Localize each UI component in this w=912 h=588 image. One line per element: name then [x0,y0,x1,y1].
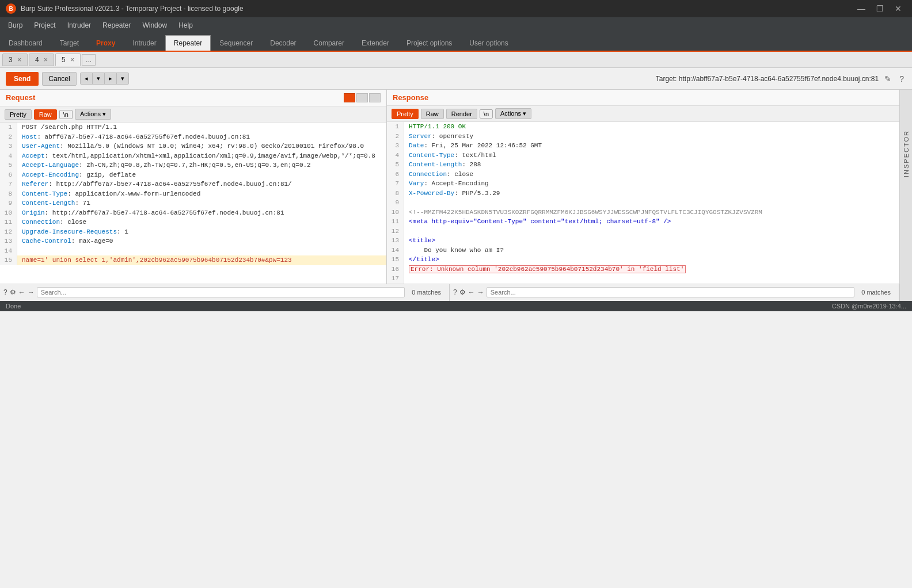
menu-help[interactable]: Help [173,19,199,32]
response-raw-btn[interactable]: Raw [421,109,444,119]
line-content: Vary: Accept-Encoding [404,179,899,189]
table-row: 7Vary: Accept-Encoding [387,179,899,189]
line-number: 16 [387,265,404,274]
send-button[interactable]: Send [6,72,39,86]
nav-back-drop-button[interactable]: ▾ [92,73,104,84]
nav-forward-drop-button[interactable]: ▾ [116,73,128,84]
line-content: Accept-Encoding: gzip, deflate [17,170,386,180]
response-search-next-icon[interactable]: → [477,288,484,296]
tab-sequencer[interactable]: Sequencer [211,35,261,51]
view-single-icon[interactable] [369,93,381,102]
target-url-value: http://abff67a7-b5e7-4718-ac64-6a52755f6… [679,75,879,83]
tab-target[interactable]: Target [51,35,88,51]
response-code-area[interactable]: 1HTTP/1.1 200 OK2Server: openresty3Date:… [387,122,899,284]
view-split-icon[interactable] [344,93,355,102]
table-row: 3Date: Fri, 25 Mar 2022 12:46:52 GMT [387,141,899,151]
repeater-tab-3[interactable]: 3 × [2,54,28,66]
table-row: 14 [0,246,386,256]
request-matches-count: 0 matches [407,289,446,296]
request-actions-btn[interactable]: Actions ▾ [75,109,111,120]
close-icon[interactable]: × [44,56,48,64]
view-list-icon[interactable] [356,93,368,102]
panels-row: Request Pretty Raw \n Actions ▾ 1POST /s… [0,90,899,284]
line-content: Connection: close [404,170,899,180]
line-number: 15 [0,255,17,265]
edit-target-button[interactable]: ✎ [882,73,894,85]
more-tabs-button[interactable]: ... [82,54,96,66]
line-content: Cache-Control: max-age=0 [17,236,386,246]
line-content [404,274,899,284]
response-search-input[interactable] [487,287,855,297]
line-number: 3 [387,141,404,151]
request-raw-btn[interactable]: Raw [34,109,57,120]
response-n-btn[interactable]: \n [480,109,493,119]
toolbar: Send Cancel ◂ ▾ ▸ ▾ Target: http://abff6… [0,68,912,90]
tab-extender[interactable]: Extender [353,35,398,51]
menu-burp[interactable]: Burp [2,19,28,32]
response-actions-btn[interactable]: Actions ▾ [495,108,531,119]
nav-forward-button[interactable]: ▸ [104,73,116,84]
tab-project-options[interactable]: Project options [398,35,461,51]
help-button[interactable]: ? [897,73,906,85]
line-content: Connection: close [17,217,386,227]
table-row: 9Content-Length: 71 [0,198,386,208]
tab-repeater[interactable]: Repeater [165,35,211,51]
tab-intruder[interactable]: Intruder [124,35,165,51]
view-toggles [344,93,381,102]
request-btn-row: Pretty Raw \n Actions ▾ [0,106,386,123]
line-number: 12 [387,227,404,236]
tab-proxy[interactable]: Proxy [88,35,124,51]
app-logo: B [6,3,16,14]
request-pretty-btn[interactable]: Pretty [5,109,32,120]
tab-user-options[interactable]: User options [461,35,516,51]
minimize-button[interactable]: — [853,3,869,14]
request-n-btn[interactable]: \n [59,110,73,119]
line-content: Host: abff67a7-b5e7-4718-ac64-6a52755f67… [17,132,386,142]
tab-dashboard[interactable]: Dashboard [0,35,51,51]
table-row: 11Connection: close [0,217,386,227]
request-search-prev-icon[interactable]: ← [18,288,25,296]
close-icon[interactable]: × [70,56,74,64]
menu-window[interactable]: Window [136,19,173,32]
tab-comparer[interactable]: Comparer [305,35,353,51]
response-search-help-icon[interactable]: ? [453,288,457,296]
line-content: Content-Length: 71 [17,198,386,208]
line-number: 7 [387,179,404,189]
response-search-settings-icon[interactable]: ⚙ [459,288,466,296]
repeater-tab-5[interactable]: 5 × [55,54,81,66]
line-number: 10 [0,208,17,218]
table-row: 15name=1' union select 1,'admin',202cb96… [0,255,386,265]
line-number: 6 [0,170,17,180]
nav-back-button[interactable]: ◂ [81,73,92,84]
table-row: 5Accept-Language: zh-CN,zh;q=0.8,zh-TW;q… [0,161,386,170]
line-content: Error: Unknown column '202cb962ac59075b9… [404,265,899,274]
request-search-settings-icon[interactable]: ⚙ [10,288,16,296]
menu-repeater[interactable]: Repeater [97,19,136,32]
menu-intruder[interactable]: Intruder [62,19,97,32]
line-number: 9 [387,198,404,208]
line-content: Accept-Language: zh-CN,zh;q=0.8,zh-TW;q=… [17,161,386,170]
response-pretty-btn[interactable]: Pretty [392,109,419,119]
response-search-prev-icon[interactable]: ← [468,288,475,296]
table-row: 2Server: openresty [387,132,899,142]
table-row: 2Host: abff67a7-b5e7-4718-ac64-6a52755f6… [0,132,386,142]
request-search-next-icon[interactable]: → [28,288,35,296]
line-number: 4 [387,151,404,161]
line-number: 11 [387,217,404,227]
request-panel-header: Request [0,90,386,106]
cancel-button[interactable]: Cancel [42,72,76,86]
tab-decoder[interactable]: Decoder [261,35,305,51]
request-search-help-icon[interactable]: ? [3,288,7,296]
response-render-btn[interactable]: Render [446,109,477,119]
repeater-tab-4[interactable]: 4 × [29,54,54,66]
line-content: Server: openresty [404,132,899,142]
inspector-label[interactable]: INSPECTOR [903,130,910,177]
maximize-button[interactable]: ❐ [872,3,888,14]
window-controls[interactable]: — ❐ ✕ [853,3,906,14]
response-panel: Response Pretty Raw Render \n Actions ▾ … [387,90,899,284]
close-icon[interactable]: × [17,56,21,64]
request-code-area[interactable]: 1POST /search.php HTTP/1.12Host: abff67a… [0,123,386,284]
menu-project[interactable]: Project [28,19,61,32]
request-search-input[interactable] [37,287,405,297]
close-button[interactable]: ✕ [890,3,906,14]
